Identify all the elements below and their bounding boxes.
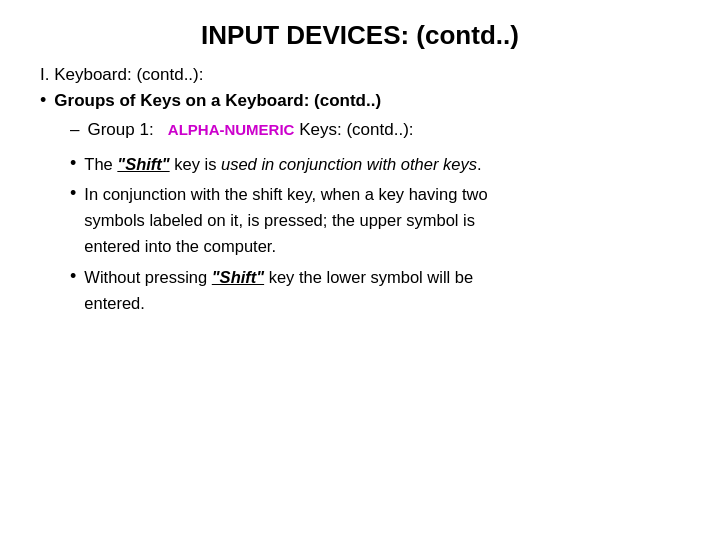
- text-period-1: .: [477, 155, 482, 173]
- sub-bullet-row-3: • Without pressing "Shift" key the lower…: [70, 265, 680, 316]
- slide-container: INPUT DEVICES: (contd..) I. Keyboard: (c…: [0, 0, 720, 540]
- sub-bullet-text-1: The "Shift" key is used in conjunction w…: [84, 152, 481, 177]
- without-line2: entered.: [84, 294, 145, 312]
- text-the: The: [84, 155, 117, 173]
- dash-text: Group 1: ALPHA-NUMERIC Keys: (contd..):: [87, 120, 413, 140]
- alpha-numeric-label: ALPHA-NUMERIC: [168, 121, 295, 138]
- text-key-is: key is: [170, 155, 221, 173]
- slide-title: INPUT DEVICES: (contd..): [40, 20, 680, 51]
- shift-key-1: "Shift": [117, 155, 169, 173]
- content-area: I. Keyboard: (contd..): • Groups of Keys…: [40, 65, 680, 322]
- without-line1: key the lower symbol will be: [264, 268, 473, 286]
- bullet-groups-text: Groups of Keys on a Keyboard: (contd..): [54, 89, 381, 114]
- dash-row-group1: – Group 1: ALPHA-NUMERIC Keys: (contd..)…: [70, 120, 680, 140]
- section-heading: I. Keyboard: (contd..):: [40, 65, 680, 85]
- conjunction-line3: entered into the computer.: [84, 237, 276, 255]
- sub-bullet-dot-3: •: [70, 266, 76, 287]
- sub-bullet-dot-1: •: [70, 153, 76, 174]
- without-pre: Without pressing: [84, 268, 211, 286]
- conjunction-line2: symbols labeled on it, is pressed; the u…: [84, 211, 475, 229]
- conjunction-line1: In conjunction with the shift key, when …: [84, 185, 487, 203]
- sub-bullet-text-3: Without pressing "Shift" key the lower s…: [84, 265, 473, 316]
- italic-conjunction: used in conjunction with other keys: [221, 155, 477, 173]
- section-label: I. Keyboard: (contd..):: [40, 65, 203, 84]
- sub-bullet-text-2: In conjunction with the shift key, when …: [84, 182, 487, 259]
- keys-label: Keys: (contd..):: [299, 120, 413, 139]
- sub-bullet-list: • The "Shift" key is used in conjunction…: [70, 152, 680, 323]
- sub-bullet-dot-2: •: [70, 183, 76, 204]
- dash-symbol: –: [70, 120, 79, 140]
- shift-key-2: "Shift": [212, 268, 264, 286]
- bullet-row-groups: • Groups of Keys on a Keyboard: (contd..…: [40, 89, 680, 118]
- group-label: Group 1:: [87, 120, 153, 139]
- bullet-dot-1: •: [40, 90, 46, 111]
- sub-bullet-row-1: • The "Shift" key is used in conjunction…: [70, 152, 680, 177]
- sub-bullet-row-2: • In conjunction with the shift key, whe…: [70, 182, 680, 259]
